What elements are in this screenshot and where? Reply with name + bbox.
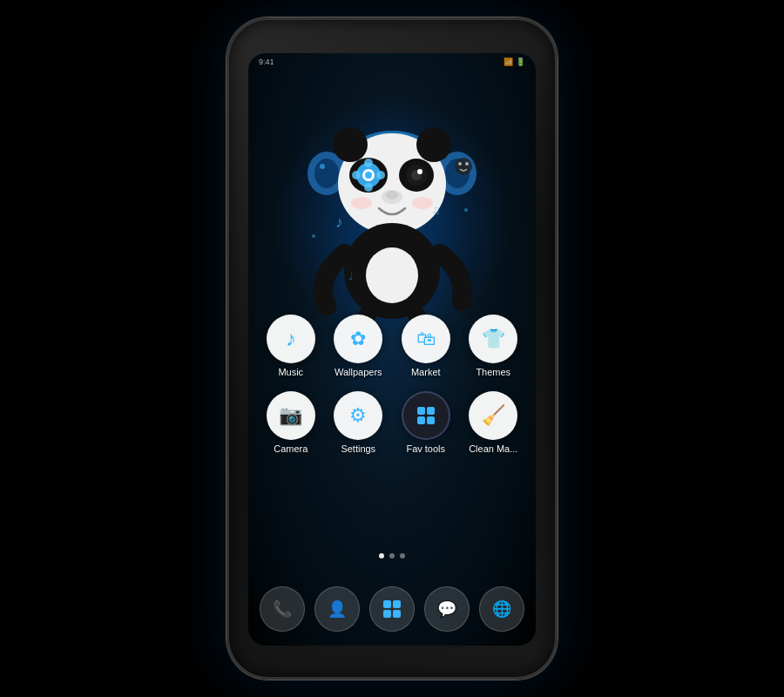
svg-rect-35 xyxy=(427,407,435,415)
wallpapers-label: Wallpapers xyxy=(335,367,382,377)
svg-point-6 xyxy=(465,162,469,166)
app-row-2: 📷 Camera ⚙ Settings xyxy=(257,391,527,454)
svg-point-25 xyxy=(412,197,433,209)
cleanmaster-label: Clean Ma... xyxy=(469,443,517,454)
app-market[interactable]: 🛍 Market xyxy=(396,315,456,377)
svg-point-16 xyxy=(364,183,373,192)
favtools-label: Fav tools xyxy=(406,443,445,454)
dock-apps[interactable] xyxy=(369,586,415,632)
camera-label: Camera xyxy=(274,443,308,454)
dock-phone[interactable]: 📞 xyxy=(260,586,305,632)
camera-icon: 📷 xyxy=(267,391,315,440)
cleanmaster-icon: 🧹 xyxy=(469,391,517,440)
svg-text:♫: ♫ xyxy=(431,203,441,217)
app-settings[interactable]: ⚙ Settings xyxy=(328,391,388,454)
svg-rect-36 xyxy=(417,416,425,424)
dock-contacts[interactable]: 👤 xyxy=(314,586,360,632)
app-cleanmaster[interactable]: 🧹 Clean Ma... xyxy=(463,391,523,454)
svg-point-32 xyxy=(464,208,468,212)
dock-browser[interactable]: 🌐 xyxy=(479,586,524,632)
svg-point-4 xyxy=(455,158,472,175)
svg-rect-39 xyxy=(393,600,401,608)
dot-1[interactable] xyxy=(379,553,384,558)
page-dots xyxy=(248,553,536,558)
svg-point-33 xyxy=(312,234,315,238)
app-camera[interactable]: 📷 Camera xyxy=(261,391,321,454)
power-button[interactable] xyxy=(556,142,558,194)
music-icon: ♪ xyxy=(267,315,315,363)
market-label: Market xyxy=(411,367,441,377)
svg-rect-34 xyxy=(417,407,425,415)
svg-point-27 xyxy=(366,247,418,303)
volume-down-button[interactable] xyxy=(226,164,228,194)
volume-up-button[interactable] xyxy=(226,125,228,155)
svg-text:♪: ♪ xyxy=(335,213,343,231)
svg-rect-37 xyxy=(427,416,435,424)
app-grid: ♪ Music ✿ Wallpapers 🛍 Market xyxy=(248,315,536,461)
wallpapers-icon: ✿ xyxy=(334,315,382,363)
favtools-icon xyxy=(402,391,450,440)
market-icon: 🛍 xyxy=(402,315,450,363)
svg-point-21 xyxy=(417,169,422,174)
settings-icon: ⚙ xyxy=(334,391,382,440)
svg-text:♩: ♩ xyxy=(348,270,354,282)
svg-point-8 xyxy=(333,127,368,162)
app-wallpapers[interactable]: ✿ Wallpapers xyxy=(328,315,388,377)
svg-point-31 xyxy=(320,164,325,169)
svg-point-23 xyxy=(386,191,398,200)
svg-point-1 xyxy=(314,159,339,188)
svg-point-9 xyxy=(416,127,451,162)
svg-point-18 xyxy=(376,171,385,179)
svg-rect-41 xyxy=(393,610,401,618)
settings-label: Settings xyxy=(341,443,375,454)
themes-icon: 👕 xyxy=(469,315,517,363)
svg-point-14 xyxy=(365,172,372,179)
svg-point-24 xyxy=(351,197,372,209)
svg-point-15 xyxy=(364,159,373,167)
svg-rect-40 xyxy=(383,610,391,618)
svg-point-17 xyxy=(352,171,361,179)
dot-3[interactable] xyxy=(400,553,405,558)
themes-label: Themes xyxy=(476,367,510,377)
dock: 📞 👤 💬 🌐 xyxy=(248,586,536,632)
dot-2[interactable] xyxy=(389,553,395,558)
panda-character: ♪ ♫ ♩ xyxy=(296,79,488,323)
phone-frame: 9:41 📶 🔋 xyxy=(226,17,558,680)
music-label: Music xyxy=(278,367,303,377)
svg-rect-38 xyxy=(383,600,391,608)
phone-screen: 9:41 📶 🔋 xyxy=(248,53,536,646)
app-themes[interactable]: 👕 Themes xyxy=(463,315,523,377)
app-music[interactable]: ♪ Music xyxy=(261,315,321,377)
app-favtools[interactable]: Fav tools xyxy=(396,391,456,454)
dock-messages[interactable]: 💬 xyxy=(424,586,470,632)
svg-point-5 xyxy=(458,162,462,166)
app-row-1: ♪ Music ✿ Wallpapers 🛍 Market xyxy=(257,315,527,377)
